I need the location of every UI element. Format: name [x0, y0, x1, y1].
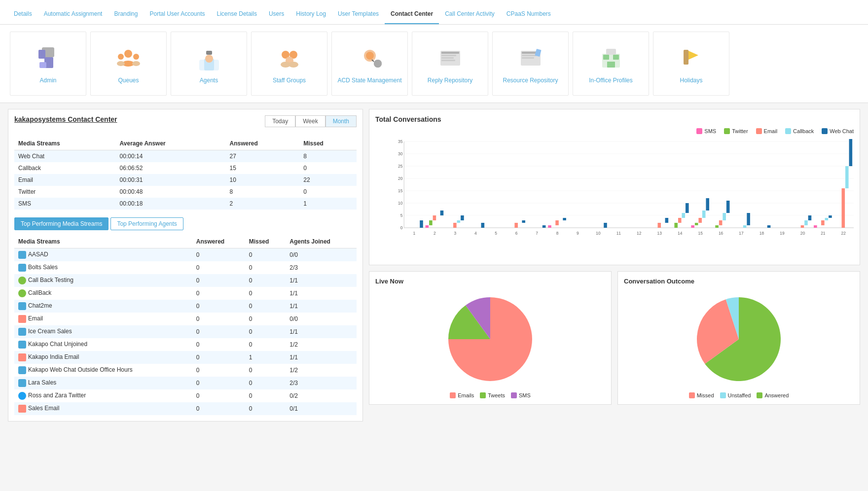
- avg-answer: 00:00:14: [116, 150, 226, 163]
- stream-name: Web Chat: [14, 150, 116, 163]
- svg-rect-97: [698, 218, 702, 223]
- svg-rect-22: [374, 60, 382, 68]
- list-item: Email 0 0 0/0: [14, 313, 357, 325]
- missed-label: Missed: [697, 392, 714, 398]
- list-item: Call Back Testing 0 0 1/1: [14, 274, 357, 287]
- answered: 0: [192, 261, 245, 274]
- icon-card-acd[interactable]: ACD State Management: [331, 32, 408, 96]
- emails-label: Emails: [458, 392, 474, 398]
- missed: 0: [245, 248, 286, 262]
- svg-rect-109: [767, 225, 771, 228]
- stream-table: Media Streams Answered Missed Agents Joi…: [14, 235, 357, 415]
- outcome-legend-unstaffed: Unstaffed: [720, 392, 751, 398]
- stream-name: Chat2me: [14, 300, 192, 313]
- icon-card-reply-repo[interactable]: Reply Repository: [412, 32, 488, 96]
- svg-rect-122: [845, 166, 849, 188]
- stream-name: Sales Email: [14, 402, 192, 415]
- nav-tab-details[interactable]: Details: [8, 3, 38, 24]
- icon-card-admin[interactable]: Admin: [10, 32, 86, 96]
- answered: 0: [192, 377, 245, 389]
- svg-text:30: 30: [398, 151, 403, 156]
- list-item: Ice Cream Sales 0 0 1/1: [14, 325, 357, 338]
- missed: 0: [245, 313, 286, 325]
- svg-rect-39: [684, 50, 688, 65]
- missed: 0: [245, 287, 286, 300]
- icon-card-agents[interactable]: Agents: [171, 32, 247, 96]
- icon-card-in-office[interactable]: In-Office Profiles: [573, 32, 649, 96]
- nav-tab-automatic-assignment[interactable]: Automatic Assignment: [38, 3, 108, 24]
- tab-btn-top-performing-media-streams[interactable]: Top Performing Media Streams: [14, 217, 108, 230]
- nav-tab-branding[interactable]: Branding: [108, 3, 144, 24]
- svg-point-20: [366, 52, 374, 60]
- svg-text:22: 22: [841, 231, 846, 236]
- stream-col-name: Media Streams: [14, 235, 192, 248]
- list-item: Kakapo Web Chat Outside Office Hours 0 0…: [14, 364, 357, 377]
- live-legend-sms: SMS: [511, 392, 531, 398]
- chat-icon: [18, 379, 26, 387]
- svg-text:13: 13: [657, 231, 662, 236]
- icon-card-holidays[interactable]: Holidays: [653, 32, 729, 96]
- legend-item-web chat: Web Chat: [822, 128, 854, 134]
- agents-icon: [194, 43, 224, 73]
- icon-card-queues[interactable]: Queues: [90, 32, 167, 96]
- nav-tab-portal-user-accounts[interactable]: Portal User Accounts: [144, 3, 211, 24]
- nav-tab-history-log[interactable]: History Log: [290, 3, 332, 24]
- live-now-pie: EmailsTweetsSMS: [375, 290, 605, 398]
- missed: 0: [245, 402, 286, 415]
- live-legend-tweets: Tweets: [480, 392, 505, 398]
- email-legend-label: Email: [764, 128, 778, 134]
- svg-text:21: 21: [821, 231, 826, 236]
- nav-tab-users[interactable]: Users: [263, 3, 290, 24]
- icon-card-resource-repo[interactable]: Resource Repository: [492, 32, 569, 96]
- nav-tab-call-center-activity[interactable]: Call Center Activity: [439, 3, 501, 24]
- date-filter-month[interactable]: Month: [326, 115, 357, 127]
- bar-chart-panel: Total Conversations SMSTwitterEmailCallb…: [369, 109, 860, 265]
- svg-rect-25: [441, 52, 459, 54]
- stream-name: Twitter: [14, 186, 116, 198]
- list-item: Chat2me 0 0 1/1: [14, 300, 357, 313]
- resource-repo-icon: [516, 43, 545, 73]
- nav-tab-contact-center[interactable]: Contact Center: [385, 3, 439, 24]
- tweets-label: Tweets: [488, 392, 505, 398]
- svg-rect-93: [686, 203, 689, 213]
- svg-text:35: 35: [398, 139, 403, 144]
- col-answered: Answered: [225, 137, 299, 150]
- nav-tab-user-templates[interactable]: User Templates: [332, 3, 385, 24]
- list-item: Bolts Sales 0 0 2/3: [14, 261, 357, 274]
- svg-rect-103: [723, 213, 726, 220]
- svg-text:18: 18: [760, 231, 764, 236]
- tab-btn-top-performing-agents[interactable]: Top Performing Agents: [110, 217, 183, 230]
- twitter-icon: [18, 392, 26, 400]
- agents-joined: 1/1: [286, 325, 357, 338]
- svg-rect-92: [682, 213, 685, 218]
- svg-text:15: 15: [398, 188, 403, 193]
- chat-icon: [18, 341, 26, 349]
- bottom-charts: Live Now EmailsTweetsSMS Conversation Ou…: [369, 271, 860, 405]
- answered-count: 27: [225, 150, 299, 163]
- svg-text:6: 6: [515, 231, 518, 236]
- agents-joined: 1/1: [286, 287, 357, 300]
- legend-item-email: Email: [756, 128, 778, 134]
- table-row: Callback 06:06:52 15 0: [14, 162, 357, 174]
- right-panel: Total Conversations SMSTwitterEmailCallb…: [369, 109, 860, 421]
- icon-card-staff-groups[interactable]: Staff Groups: [251, 32, 327, 96]
- conversation-outcome-panel: Conversation Outcome MissedUnstaffedAnsw…: [617, 271, 860, 405]
- legend-item-twitter: Twitter: [724, 128, 748, 134]
- nav-tab-license-details[interactable]: License Details: [211, 3, 263, 24]
- missed: 0: [245, 364, 286, 377]
- answered: 0: [192, 325, 245, 338]
- svg-rect-13: [206, 51, 212, 55]
- chat-icon: [18, 302, 26, 310]
- nav-tab-cpaas-numbers[interactable]: CPaaS Numbers: [501, 3, 557, 24]
- agents-joined: 1/2: [286, 338, 357, 351]
- svg-rect-59: [420, 220, 423, 228]
- legend-item-callback: Callback: [785, 128, 814, 134]
- date-filter-week[interactable]: Week: [295, 115, 325, 127]
- stream-name: Kakapo Web Chat Outside Office Hours: [14, 364, 192, 377]
- svg-text:20: 20: [398, 176, 403, 181]
- date-filter-today[interactable]: Today: [265, 115, 295, 127]
- svg-text:4: 4: [474, 231, 477, 236]
- svg-text:10: 10: [398, 201, 403, 206]
- answered-count: 10: [225, 174, 299, 186]
- svg-text:7: 7: [536, 231, 538, 236]
